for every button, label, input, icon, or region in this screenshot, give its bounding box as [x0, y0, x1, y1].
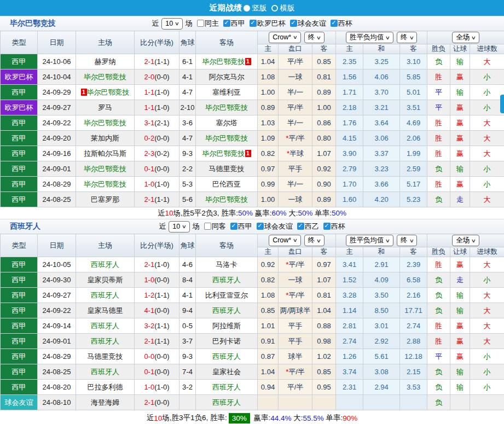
crow-select[interactable]: Crow*∨ [269, 235, 301, 246]
home-team-cell[interactable]: 巴塞罗那 [76, 192, 135, 207]
home-team[interactable]: 毕尔巴鄂竞技 [84, 119, 126, 127]
home-team[interactable]: 1毕尔巴鄂竞技 [81, 88, 130, 96]
away-team-label[interactable]: 阿拉维斯 [212, 322, 241, 330]
home-team-label[interactable]: 西班牙人 [91, 368, 119, 376]
home-team-label[interactable]: 西班牙人 [91, 260, 119, 269]
scope-select[interactable]: 全场∨ [452, 235, 479, 246]
home-team[interactable]: 毕尔巴鄂竞技 [84, 73, 126, 81]
team-name-title[interactable]: 毕尔巴鄂竞技 [10, 19, 56, 28]
radio-vertical-label[interactable]: 竖版 [252, 4, 267, 12]
home-team[interactable]: 西班牙人 [91, 291, 119, 299]
same-venue-filter[interactable]: 同主 [194, 19, 219, 28]
away-team-cell[interactable]: 马德里竞技 [196, 161, 258, 177]
away-team[interactable]: 巴伦西亚 [212, 180, 241, 188]
away-team-label[interactable]: 西班牙人 [212, 383, 241, 391]
away-team-label[interactable]: 阿尔克马尔 [209, 73, 245, 81]
radio-horizontal-label[interactable]: 横版 [280, 4, 295, 12]
checkbox-checked-icon[interactable] [250, 20, 257, 27]
away-team[interactable]: 塞维利亚 [212, 88, 241, 96]
home-team-cell[interactable]: 西班牙人 [76, 318, 135, 334]
home-team-cell[interactable]: 罗马 [76, 100, 135, 115]
home-team-cell[interactable]: 毕尔巴鄂竞技 [76, 115, 135, 131]
league-filter-label[interactable]: 西乙 [305, 222, 319, 230]
home-team-cell[interactable]: 西班牙人 [76, 257, 135, 272]
home-team-label[interactable]: 巴拉多利德 [88, 383, 123, 391]
match-count-select[interactable]: 10∨ [161, 18, 183, 30]
away-team[interactable]: 马德里竞技 [209, 165, 245, 173]
scrollbar-thumb[interactable] [500, 95, 504, 113]
layout-radio-vertical[interactable]: 竖版 [242, 3, 267, 13]
match-count-select[interactable]: 10∨ [169, 221, 190, 233]
home-team-label[interactable]: 拉斯帕尔马斯 [84, 149, 126, 158]
home-team-cell[interactable]: 毕尔巴鄂竞技 [76, 177, 135, 192]
away-team-label[interactable]: 皇家社会 [212, 368, 241, 376]
checkbox-checked-icon[interactable] [230, 223, 237, 230]
home-team-cell[interactable]: 马德里竞技 [76, 349, 135, 364]
away-team-cell[interactable]: 马洛卡 [196, 257, 258, 272]
away-team-label[interactable]: 毕尔巴鄂竞技 [205, 195, 248, 204]
home-team[interactable]: 巴塞罗那 [91, 195, 119, 204]
away-team-cell[interactable]: 阿拉维斯 [196, 318, 258, 334]
league-filter-label[interactable]: 西甲 [231, 19, 245, 27]
away-team[interactable]: 西班牙人 [212, 306, 241, 315]
home-team-cell[interactable]: 毕尔巴鄂竞技 [76, 161, 135, 177]
away-team[interactable]: 毕尔巴鄂竞技 [205, 103, 248, 112]
away-team[interactable]: 毕尔巴鄂竞技 [205, 195, 248, 204]
away-team-cell[interactable]: 西班牙人 [196, 349, 258, 364]
checkbox-unchecked-icon[interactable] [197, 20, 204, 27]
home-team-label[interactable]: 西班牙人 [91, 337, 119, 345]
league-filter-1[interactable]: 球会友谊 [253, 222, 293, 231]
home-team-label[interactable]: 巴塞罗那 [91, 195, 119, 204]
home-team-cell[interactable]: 西班牙人 [76, 288, 135, 303]
home-team[interactable]: 毕尔巴鄂竞技 [84, 165, 126, 173]
home-team-label[interactable]: 西班牙人 [91, 322, 119, 330]
home-team-label[interactable]: 毕尔巴鄂竞技 [84, 73, 126, 81]
home-team-cell[interactable]: 海登海姆 [76, 395, 135, 410]
away-team[interactable]: 皇家社会 [212, 368, 241, 376]
home-team[interactable]: 毕尔巴鄂竞技 [84, 180, 126, 188]
layout-radio-horizontal[interactable]: 横版 [270, 3, 295, 13]
away-team-label[interactable]: 西班牙人 [212, 352, 241, 361]
away-team[interactable]: 西班牙人 [212, 383, 241, 391]
away-team-label[interactable]: 塞维利亚 [212, 88, 241, 96]
away-team[interactable]: 西班牙人 [212, 276, 241, 284]
mean-period-select[interactable]: 终∨ [397, 32, 417, 43]
home-team[interactable]: 海登海姆 [91, 398, 119, 406]
checkbox-checked-icon[interactable] [331, 20, 338, 27]
league-filter-2[interactable]: 球会友谊 [287, 19, 326, 28]
league-filter-label[interactable]: 欧罗巴杯 [257, 19, 286, 27]
away-team[interactable]: 比利亚雷亚尔 [205, 291, 248, 299]
radio-unselected-icon[interactable] [271, 5, 278, 11]
away-team-cell[interactable]: 毕尔巴鄂竞技1 [196, 54, 258, 69]
crow-select[interactable]: Crow*∨ [269, 32, 301, 43]
away-team-label[interactable]: 毕尔巴鄂竞技 [202, 57, 245, 66]
home-team-label[interactable]: 皇家贝蒂斯 [88, 276, 123, 284]
mean-period-select[interactable]: 终∨ [397, 235, 417, 246]
same-venue-label[interactable]: 同主 [205, 19, 219, 27]
away-team-cell[interactable]: 西班牙人 [196, 272, 258, 288]
away-team[interactable]: 毕尔巴鄂竞技1 [202, 149, 251, 158]
home-team-cell[interactable]: 莱加内斯 [76, 131, 135, 146]
home-team[interactable]: 皇家马德里 [88, 306, 123, 315]
league-filter-label[interactable]: 西杯 [331, 222, 345, 230]
home-team-cell[interactable]: 西班牙人 [76, 334, 135, 349]
away-team-label[interactable]: 毕尔巴鄂竞技 [205, 134, 248, 142]
checkbox-unchecked-icon[interactable] [204, 223, 211, 230]
away-team-cell[interactable]: 塞尔塔 [196, 115, 258, 131]
away-team[interactable]: 毕尔巴鄂竞技 [205, 134, 248, 142]
away-team[interactable]: 塞尔塔 [216, 119, 237, 127]
away-team-cell[interactable]: 毕尔巴鄂竞技 [196, 131, 258, 146]
away-team-cell[interactable]: 西班牙人 [196, 303, 258, 318]
home-team-label[interactable]: 毕尔巴鄂竞技 [87, 88, 130, 96]
league-filter-label[interactable]: 西甲 [238, 222, 252, 230]
home-team[interactable]: 西班牙人 [91, 368, 119, 376]
mean-select[interactable]: 胜平负均值∨ [346, 32, 393, 43]
away-team-label[interactable]: 西班牙人 [212, 306, 241, 315]
home-team-label[interactable]: 皇家马德里 [88, 306, 123, 315]
league-filter-label[interactable]: 西杯 [338, 19, 352, 27]
away-team-label[interactable]: 西班牙人 [212, 398, 241, 406]
home-team-label[interactable]: 赫罗纳 [95, 57, 116, 66]
away-team[interactable]: 巴列卡诺 [212, 337, 241, 345]
home-team-label[interactable]: 毕尔巴鄂竞技 [84, 180, 126, 188]
home-team[interactable]: 皇家贝蒂斯 [88, 276, 123, 284]
